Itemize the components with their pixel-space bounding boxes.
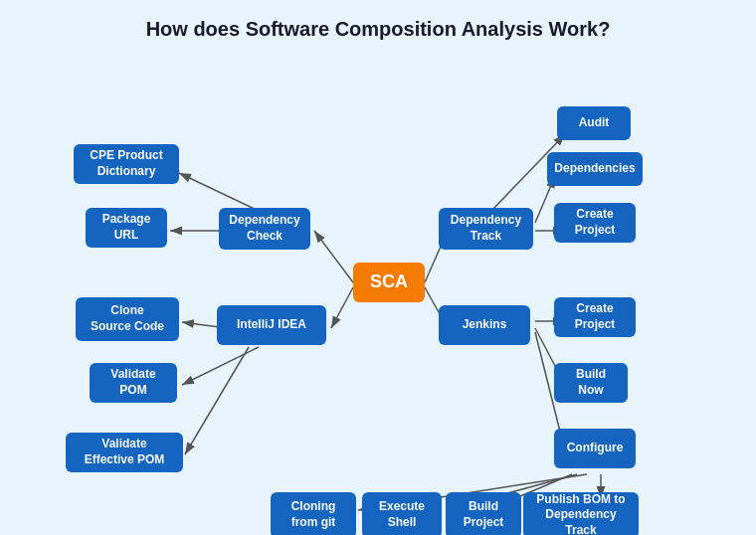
package-url-box: PackageURL: [86, 208, 167, 248]
svg-line-1: [314, 231, 353, 282]
page-title: How does Software Composition Analysis W…: [0, 0, 756, 49]
build-project-box: BuildProject: [446, 492, 521, 535]
dependencies-box: Dependencies: [547, 152, 643, 186]
validate-effective-pom-box: ValidateEffective POM: [66, 433, 183, 472]
svg-line-5: [179, 173, 259, 211]
clone-source-box: CloneSource Code: [76, 297, 179, 341]
dependency-check-box: DependencyCheck: [219, 208, 310, 250]
create-project-top-box: CreateProject: [554, 203, 636, 243]
cpe-product-box: CPE ProductDictionary: [74, 144, 179, 184]
configure-box: Configure: [554, 429, 636, 468]
svg-line-11: [182, 347, 259, 385]
jenkins-box: Jenkins: [439, 305, 530, 345]
validate-pom-box: ValidatePOM: [90, 363, 177, 403]
intellij-box: IntelliJ IDEA: [217, 305, 326, 345]
svg-line-12: [185, 347, 249, 454]
diagram: SCA DependencyCheck DependencyTrack CPE …: [0, 49, 756, 535]
build-now-box: BuildNow: [554, 363, 628, 403]
publish-bom-box: Publish BOM toDependency Track: [523, 492, 639, 535]
svg-line-2: [331, 287, 353, 328]
audit-box: Audit: [557, 106, 631, 140]
dependency-track-box: DependencyTrack: [439, 208, 533, 250]
cloning-git-box: Cloningfrom git: [271, 492, 356, 535]
create-project-jenkins-box: CreateProject: [554, 297, 636, 337]
execute-shell-box: ExecuteShell: [362, 492, 442, 535]
sca-box: SCA: [353, 263, 425, 302]
